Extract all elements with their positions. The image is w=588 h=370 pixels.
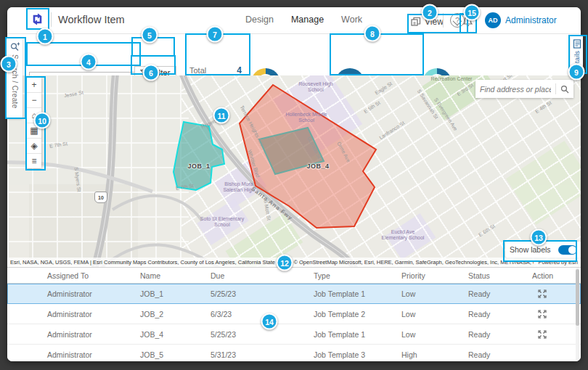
callout-badge-6: 6 xyxy=(143,65,160,81)
callout-badge-10: 10 xyxy=(34,112,51,129)
column-header-assigned-to[interactable]: Assigned To xyxy=(47,271,140,280)
zoom-to-icon[interactable] xyxy=(532,330,581,339)
column-header-action[interactable]: Action xyxy=(532,271,581,280)
username-label[interactable]: Administrator xyxy=(505,15,557,25)
legend-icon[interactable]: ≡ xyxy=(27,154,41,168)
table-cell: High xyxy=(401,350,468,359)
table-cell: Ready xyxy=(468,350,532,359)
table-cell: Administrator xyxy=(47,350,140,359)
map-search-box[interactable] xyxy=(475,80,573,98)
callout-badge-5: 5 xyxy=(142,27,158,44)
column-header-status[interactable]: Status xyxy=(468,271,532,280)
table-row-job_1[interactable]: AdministratorJOB_15/25/23Job Template 1L… xyxy=(7,284,581,304)
map-polygon-job4 xyxy=(240,85,376,228)
callout-badge-14: 14 xyxy=(261,313,278,330)
callout-badge-12: 12 xyxy=(277,255,293,271)
table-cell: Administrator xyxy=(47,289,140,298)
stat-total: Total4 xyxy=(189,64,242,76)
interstate-shield: 10 xyxy=(94,192,107,203)
table-body: AdministratorJOB_15/25/23Job Template 1L… xyxy=(7,284,581,361)
callout-badge-4: 4 xyxy=(81,54,97,70)
map-label: Roosevelt High School xyxy=(290,81,341,93)
zoom-to-icon[interactable] xyxy=(532,289,581,298)
page-title: Workflow Item xyxy=(58,14,125,25)
tab-manage[interactable]: Manage xyxy=(291,15,324,25)
callout-badge-1: 1 xyxy=(37,28,54,45)
callout-badge-7: 7 xyxy=(207,26,224,43)
zoom-to-icon[interactable] xyxy=(532,310,581,318)
search-icon[interactable] xyxy=(556,85,573,94)
callout-badge-2: 2 xyxy=(422,4,438,21)
table-cell: Administrator xyxy=(47,330,140,339)
avatar[interactable]: AD xyxy=(485,12,501,28)
table-cell: Job Template 1 xyxy=(314,289,401,298)
table-header-row: Assigned ToNameDueTypePriorityStatusActi… xyxy=(7,267,581,284)
table-cell: Low xyxy=(401,310,468,318)
table-cell: Ready xyxy=(468,330,532,339)
details-report-icon xyxy=(573,39,581,49)
table-scrollbar[interactable] xyxy=(576,268,579,361)
jobs-table: Assigned ToNameDueTypePriorityStatusActi… xyxy=(7,267,581,361)
tab-design[interactable]: Design xyxy=(245,15,274,25)
table-cell: Job Template 1 xyxy=(314,330,401,339)
table-cell: JOB_4 xyxy=(140,330,211,339)
table-cell: JOB_5 xyxy=(140,350,211,359)
table-cell: Administrator xyxy=(47,310,140,318)
stat-value: 4 xyxy=(237,65,242,75)
callout-badge-8: 8 xyxy=(364,25,381,42)
map-label: Euclid Ave Elementary School xyxy=(379,229,427,241)
table-row-job_5[interactable]: AdministratorJOB_55/31/23Job Template 3H… xyxy=(7,345,581,361)
table-row-job_4[interactable]: AdministratorJOB_45/25/23Job Template 1L… xyxy=(7,324,581,345)
callout-badge-9: 9 xyxy=(568,64,585,81)
callout-badge-13: 13 xyxy=(531,229,547,246)
table-row-job_2[interactable]: AdministratorJOB_26/3/23Job Template 2Lo… xyxy=(7,304,581,324)
table-cell: Job Template 2 xyxy=(314,310,401,318)
header-tabs: DesignManageWork xyxy=(245,15,362,25)
column-header-priority[interactable]: Priority xyxy=(401,271,468,280)
map-freeways xyxy=(7,75,581,267)
show-labels-toggle[interactable] xyxy=(558,245,577,255)
tab-work[interactable]: Work xyxy=(341,15,362,25)
table-cell: Ready xyxy=(468,289,532,298)
layers-icon[interactable]: ◈ xyxy=(27,139,41,154)
callout-badge-15: 15 xyxy=(464,4,481,21)
table-cell: Ready xyxy=(468,310,532,318)
table-cell: 5/25/23 xyxy=(211,330,314,339)
table-cell: Job Template 3 xyxy=(314,350,401,359)
table-cell: Low xyxy=(401,289,468,298)
app-header: Workflow Item DesignManageWork View ? xyxy=(7,7,581,34)
map-attribution: Esri, NASA, NGA, USGS, FEMA | Esri Commu… xyxy=(7,258,581,267)
powered-by-esri: Powered by Esri xyxy=(538,259,578,266)
map-view[interactable]: Jesse StE 7th StS Myers StRogers AveTerr… xyxy=(7,75,581,267)
header-separator xyxy=(443,13,444,28)
workflow-logo-icon[interactable] xyxy=(28,10,46,28)
zoom-out-icon[interactable]: − xyxy=(27,93,41,108)
zoom-in-icon[interactable]: + xyxy=(27,78,41,93)
search-input[interactable] xyxy=(475,85,555,94)
callout-badge-3: 3 xyxy=(1,56,17,73)
column-header-due[interactable]: Due xyxy=(211,271,314,280)
table-cell: Low xyxy=(401,330,468,339)
search-plus-icon xyxy=(10,42,20,52)
table-cell: 5/31/23 xyxy=(211,350,314,359)
column-header-name[interactable]: Name xyxy=(140,271,211,280)
job-polygon-label: JOB_1 xyxy=(187,163,210,170)
table-cell: 5/25/23 xyxy=(211,289,314,298)
attribution-text: Esri, NASA, NGA, USGS, FEMA | Esri Commu… xyxy=(10,259,534,266)
app-window: Workflow Item DesignManageWork View ? xyxy=(7,7,581,361)
job-polygon-label: JOB_4 xyxy=(306,163,329,170)
map-label: Hollenbeck Middle School xyxy=(280,112,332,123)
column-header-type[interactable]: Type xyxy=(314,271,401,280)
map-label: Recreation Center xyxy=(428,76,475,82)
callout-badge-11: 11 xyxy=(213,107,230,124)
table-cell: JOB_2 xyxy=(140,310,211,318)
header-divider xyxy=(51,12,52,27)
scrollbar-thumb[interactable] xyxy=(576,269,579,326)
stat-label: Total xyxy=(189,66,206,75)
views-icon xyxy=(411,17,421,27)
table-cell: JOB_1 xyxy=(140,289,211,298)
show-labels-label: Show labels xyxy=(510,245,551,254)
map-label: Soto St Elementary School xyxy=(196,216,248,228)
